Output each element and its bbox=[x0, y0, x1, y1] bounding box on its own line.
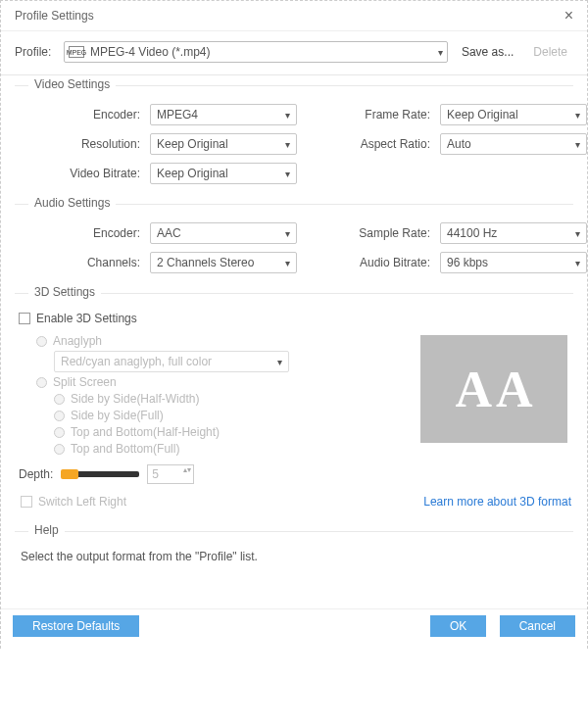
chevron-down-icon: ▾ bbox=[285, 169, 290, 179]
channels-select[interactable]: 2 Channels Stereo▾ bbox=[150, 252, 297, 273]
delete-button: Delete bbox=[527, 43, 573, 61]
sbs-full-radio bbox=[54, 411, 65, 421]
video-settings-section: Video Settings Encoder: MPEG4▾ Frame Rat… bbox=[15, 85, 573, 194]
close-icon[interactable]: × bbox=[561, 7, 577, 24]
3d-settings-title: 3D Settings bbox=[28, 285, 101, 299]
frame-rate-select[interactable]: Keep Original▾ bbox=[440, 104, 587, 125]
audio-encoder-select[interactable]: AAC▾ bbox=[150, 222, 297, 244]
split-screen-radio-row: Split Screen bbox=[36, 375, 411, 389]
learn-more-3d-link[interactable]: Learn more about 3D format bbox=[423, 495, 571, 509]
chevron-down-icon: ▾ bbox=[575, 110, 580, 121]
split-screen-radio bbox=[36, 377, 47, 388]
sbs-half-radio bbox=[54, 394, 65, 405]
video-bitrate-select[interactable]: Keep Original▾ bbox=[150, 163, 297, 184]
restore-defaults-button[interactable]: Restore Defaults bbox=[13, 615, 139, 637]
audio-settings-title: Audio Settings bbox=[28, 196, 116, 210]
titlebar: Profile Settings × bbox=[1, 1, 587, 31]
video-encoder-label: Encoder: bbox=[15, 108, 142, 121]
audio-settings-section: Audio Settings Encoder: AAC▾ Sample Rate… bbox=[15, 204, 573, 283]
chevron-down-icon: ▾ bbox=[277, 357, 282, 367]
enable-3d-label: Enable 3D Settings bbox=[36, 312, 137, 325]
video-encoder-select[interactable]: MPEG4▾ bbox=[150, 104, 297, 125]
chevron-down-icon: ▾ bbox=[285, 139, 290, 150]
profile-value: MPEG-4 Video (*.mp4) bbox=[90, 45, 211, 59]
ok-button[interactable]: OK bbox=[430, 615, 486, 637]
video-bitrate-label: Video Bitrate: bbox=[15, 167, 142, 180]
3d-preview: A A bbox=[420, 335, 567, 443]
save-as-button[interactable]: Save as... bbox=[456, 43, 519, 61]
preview-glyph-left: A bbox=[455, 361, 492, 418]
profile-settings-dialog: Profile Settings × Profile: MPEG MPEG-4 … bbox=[0, 0, 588, 649]
footer: Restore Defaults OK Cancel bbox=[1, 608, 587, 649]
cancel-button[interactable]: Cancel bbox=[500, 615, 575, 637]
sample-rate-label: Sample Rate: bbox=[305, 226, 432, 240]
chevron-down-icon: ▾ bbox=[575, 139, 580, 150]
enable-3d-checkbox[interactable] bbox=[19, 313, 30, 324]
aspect-ratio-select[interactable]: Auto▾ bbox=[440, 133, 587, 155]
aspect-ratio-label: Aspect Ratio: bbox=[305, 137, 432, 151]
chevron-down-icon: ▾ bbox=[438, 47, 443, 58]
anaglyph-label: Anaglyph bbox=[53, 334, 102, 348]
tab-half-radio bbox=[54, 427, 65, 438]
channels-label: Channels: bbox=[15, 256, 142, 269]
chevron-down-icon: ▾ bbox=[575, 258, 580, 268]
switch-lr-label: Switch Left Right bbox=[38, 495, 126, 509]
anaglyph-mode-select: Red/cyan anaglyph, full color▾ bbox=[54, 351, 289, 372]
depth-slider bbox=[61, 471, 139, 477]
preview-glyph-right: A bbox=[496, 361, 533, 418]
depth-label: Depth: bbox=[19, 467, 53, 481]
resolution-select[interactable]: Keep Original▾ bbox=[150, 133, 297, 155]
chevron-down-icon: ▾ bbox=[285, 228, 290, 239]
profile-label: Profile: bbox=[15, 45, 56, 59]
anaglyph-radio bbox=[36, 336, 47, 347]
chevron-down-icon: ▾ bbox=[285, 258, 290, 268]
audio-bitrate-label: Audio Bitrate: bbox=[305, 256, 432, 269]
audio-bitrate-select[interactable]: 96 kbps▾ bbox=[440, 252, 587, 273]
video-settings-title: Video Settings bbox=[28, 77, 116, 91]
spinner-arrows-icon: ▴▾ bbox=[183, 466, 191, 474]
help-section: Help Select the output format from the "… bbox=[15, 531, 573, 603]
mpeg-icon: MPEG bbox=[69, 46, 84, 58]
profile-select[interactable]: MPEG MPEG-4 Video (*.mp4) ▾ bbox=[64, 41, 448, 63]
profile-row: Profile: MPEG MPEG-4 Video (*.mp4) ▾ Sav… bbox=[1, 31, 587, 75]
help-title: Help bbox=[28, 523, 65, 537]
frame-rate-label: Frame Rate: bbox=[305, 108, 432, 121]
chevron-down-icon: ▾ bbox=[575, 228, 580, 239]
audio-encoder-label: Encoder: bbox=[15, 226, 142, 240]
chevron-down-icon: ▾ bbox=[285, 110, 290, 121]
switch-lr-checkbox bbox=[21, 496, 32, 508]
resolution-label: Resolution: bbox=[15, 137, 142, 151]
dialog-title: Profile Settings bbox=[15, 9, 94, 23]
help-text: Select the output format from the "Profi… bbox=[15, 546, 573, 603]
split-screen-label: Split Screen bbox=[53, 375, 117, 389]
sample-rate-select[interactable]: 44100 Hz▾ bbox=[440, 222, 587, 244]
tab-full-radio bbox=[54, 444, 65, 455]
3d-settings-section: 3D Settings Enable 3D Settings Anaglyph … bbox=[15, 293, 573, 521]
anaglyph-radio-row: Anaglyph bbox=[36, 334, 411, 348]
depth-spinner: 5 ▴▾ bbox=[147, 464, 194, 484]
